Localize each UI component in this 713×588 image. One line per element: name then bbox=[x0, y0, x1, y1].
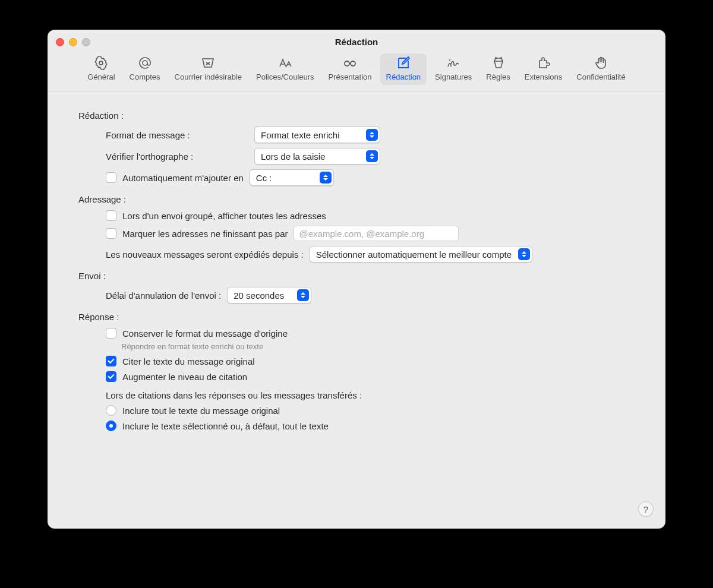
include-selected-text-label: Inclure le texte sélectionné ou, à défau… bbox=[122, 421, 329, 431]
chevron-updown-icon bbox=[518, 248, 530, 260]
include-all-text-label: Inclure tout le texte du message origina… bbox=[122, 406, 280, 416]
mark-addresses-label: Marquer les adresses ne finissant pas pa… bbox=[122, 229, 288, 239]
mark-addresses-field[interactable]: @example.com, @example.org bbox=[294, 226, 459, 241]
include-all-text-radio[interactable] bbox=[106, 405, 116, 416]
svg-point-2 bbox=[345, 61, 349, 66]
tab-label: Courrier indésirable bbox=[175, 72, 242, 81]
tab-rules[interactable]: Règles bbox=[480, 53, 516, 85]
tab-label: Rédaction bbox=[386, 72, 421, 81]
select-value: Lors de la saisie bbox=[261, 151, 330, 162]
undo-delay-select[interactable]: 20 secondes bbox=[227, 287, 311, 304]
tab-accounts[interactable]: Comptes bbox=[124, 53, 166, 85]
when-quoting-label: Lors de citations dans les réponses ou l… bbox=[106, 390, 642, 400]
message-format-select[interactable]: Format texte enrichi bbox=[254, 127, 380, 143]
quote-original-label: Citer le texte du message original bbox=[122, 356, 255, 366]
tab-viewing[interactable]: Présentation bbox=[323, 53, 378, 85]
tab-general[interactable]: Général bbox=[81, 53, 121, 85]
keep-original-format-checkbox[interactable] bbox=[106, 328, 116, 339]
message-format-label: Format de message : bbox=[106, 130, 248, 140]
undo-delay-label: Délai d'annulation de l'envoi : bbox=[106, 290, 221, 301]
select-value: Format texte enrichi bbox=[261, 130, 345, 140]
show-all-addresses-label: Lors d'un envoi groupé, afficher toutes … bbox=[122, 211, 326, 221]
svg-point-0 bbox=[99, 61, 103, 65]
tab-junk[interactable]: Courrier indésirable bbox=[169, 53, 248, 85]
tab-composing[interactable]: Rédaction bbox=[380, 53, 427, 85]
tab-label: Présentation bbox=[329, 72, 372, 81]
tab-label: Comptes bbox=[130, 72, 160, 81]
section-heading-addressing: Adressage : bbox=[78, 194, 642, 204]
send-from-select[interactable]: Sélectionner automatiquement le meilleur… bbox=[310, 246, 532, 263]
quote-original-checkbox[interactable] bbox=[106, 356, 116, 366]
signature-icon bbox=[444, 56, 462, 70]
font-icon bbox=[276, 56, 294, 70]
tab-label: Confidentialité bbox=[576, 72, 625, 81]
select-value: 20 secondes bbox=[234, 290, 289, 301]
tab-label: Général bbox=[87, 72, 115, 81]
tab-label: Polices/Couleurs bbox=[256, 72, 314, 81]
preferences-window: Rédaction Général Comptes Courrier indés… bbox=[48, 30, 665, 529]
help-button[interactable]: ? bbox=[638, 501, 654, 517]
tab-extensions[interactable]: Extensions bbox=[519, 53, 569, 85]
chevron-updown-icon bbox=[297, 289, 309, 301]
select-value: Sélectionner automatiquement le meilleur… bbox=[316, 249, 516, 260]
show-all-addresses-checkbox[interactable] bbox=[106, 210, 116, 221]
svg-point-3 bbox=[351, 61, 355, 66]
spellcheck-select[interactable]: Lors de la saisie bbox=[254, 148, 380, 165]
at-icon bbox=[136, 56, 154, 70]
tab-label: Signatures bbox=[435, 72, 472, 81]
tab-label: Règles bbox=[486, 72, 510, 81]
close-window-button[interactable] bbox=[56, 38, 64, 46]
svg-point-1 bbox=[143, 61, 147, 65]
tab-fonts[interactable]: Polices/Couleurs bbox=[250, 53, 320, 85]
send-from-label: Les nouveaux messages seront expédiés de… bbox=[106, 249, 304, 260]
keep-original-format-hint: Répondre en format texte enrichi ou text… bbox=[121, 342, 642, 351]
increase-quote-level-checkbox[interactable] bbox=[106, 371, 116, 382]
question-mark-icon: ? bbox=[643, 504, 648, 514]
mark-addresses-checkbox[interactable] bbox=[106, 228, 116, 239]
include-selected-text-radio[interactable] bbox=[106, 421, 116, 431]
window-title: Rédaction bbox=[335, 37, 378, 47]
chevron-updown-icon bbox=[366, 129, 378, 141]
gear-icon bbox=[92, 56, 110, 70]
section-heading-composing: Rédaction : bbox=[78, 110, 642, 121]
keep-original-format-label: Conserver le format du message d'origine bbox=[122, 328, 288, 339]
section-heading-reply: Réponse : bbox=[78, 312, 642, 322]
tab-signatures[interactable]: Signatures bbox=[429, 53, 478, 85]
auto-add-me-select[interactable]: Cc : bbox=[250, 169, 334, 186]
minimize-window-button[interactable] bbox=[69, 38, 77, 46]
tab-label: Extensions bbox=[525, 72, 563, 81]
select-value: Cc : bbox=[256, 173, 277, 183]
titlebar: Rédaction bbox=[48, 30, 665, 53]
auto-add-me-checkbox[interactable] bbox=[106, 172, 116, 183]
chevron-updown-icon bbox=[320, 172, 332, 184]
placeholder-text: @example.com, @example.org bbox=[299, 229, 424, 239]
spellcheck-label: Vérifier l'orthographe : bbox=[106, 151, 248, 162]
junk-icon bbox=[199, 56, 217, 70]
preferences-toolbar: Général Comptes Courrier indésirable Pol… bbox=[48, 53, 665, 91]
puzzle-icon bbox=[535, 56, 553, 70]
zoom-window-button[interactable] bbox=[82, 38, 90, 46]
content-area: Rédaction : Format de message : Format t… bbox=[48, 91, 665, 448]
chevron-updown-icon bbox=[366, 150, 378, 162]
traffic-lights bbox=[56, 38, 90, 46]
glasses-icon bbox=[341, 56, 359, 70]
section-heading-sending: Envoi : bbox=[78, 271, 642, 281]
auto-add-me-label: Automatiquement m'ajouter en bbox=[122, 173, 244, 183]
increase-quote-level-label: Augmenter le niveau de citation bbox=[122, 372, 247, 382]
compose-icon bbox=[395, 56, 412, 70]
hand-icon bbox=[592, 56, 610, 70]
tab-privacy[interactable]: Confidentialité bbox=[570, 53, 631, 85]
rules-icon bbox=[490, 56, 507, 70]
